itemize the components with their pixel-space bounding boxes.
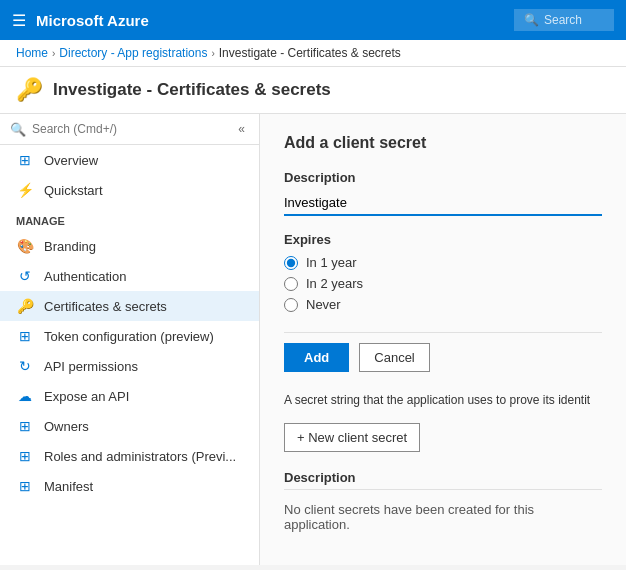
breadcrumb-directory[interactable]: Directory - App registrations [59, 46, 207, 60]
radio-2years[interactable]: In 2 years [284, 276, 602, 291]
radio-label-2years: In 2 years [306, 276, 363, 291]
expose-api-icon: ☁ [16, 388, 34, 404]
sidebar-item-certificates[interactable]: 🔑 Certificates & secrets [0, 291, 259, 321]
radio-never[interactable]: Never [284, 297, 602, 312]
breadcrumb: Home › Directory - App registrations › I… [0, 40, 626, 67]
form-divider [284, 332, 602, 333]
sidebar-item-owners[interactable]: ⊞ Owners [0, 411, 259, 441]
main-layout: 🔍 « ⊞ Overview ⚡ Quickstart Manage 🎨 Bra… [0, 114, 626, 565]
hamburger-icon[interactable]: ☰ [12, 11, 26, 30]
sidebar-item-api-label: API permissions [44, 359, 138, 374]
page-header: 🔑 Investigate - Certificates & secrets [0, 67, 626, 114]
content-area: Add a client secret Description Expires … [260, 114, 626, 565]
radio-input-2years[interactable] [284, 277, 298, 291]
breadcrumb-home[interactable]: Home [16, 46, 48, 60]
sidebar-item-certificates-label: Certificates & secrets [44, 299, 167, 314]
sidebar-item-manifest-label: Manifest [44, 479, 93, 494]
radio-input-never[interactable] [284, 298, 298, 312]
cancel-button[interactable]: Cancel [359, 343, 429, 372]
sidebar-item-overview-label: Overview [44, 153, 98, 168]
branding-icon: 🎨 [16, 238, 34, 254]
form-btn-row: Add Cancel [284, 343, 602, 372]
sidebar-search-box[interactable]: 🔍 « [0, 114, 259, 145]
top-bar: ☰ Microsoft Azure 🔍 Search [0, 0, 626, 40]
sidebar-search-input[interactable] [32, 122, 228, 136]
sidebar-item-quickstart-label: Quickstart [44, 183, 103, 198]
sidebar: 🔍 « ⊞ Overview ⚡ Quickstart Manage 🎨 Bra… [0, 114, 260, 565]
form-title: Add a client secret [284, 134, 602, 152]
sidebar-collapse-btn[interactable]: « [234, 120, 249, 138]
api-permissions-icon: ↻ [16, 358, 34, 374]
key-icon: 🔑 [16, 77, 43, 103]
overview-icon: ⊞ [16, 152, 34, 168]
radio-input-1year[interactable] [284, 256, 298, 270]
breadcrumb-sep-2: › [211, 48, 214, 59]
expires-label: Expires [284, 232, 602, 247]
top-search-bar[interactable]: 🔍 Search [514, 9, 614, 31]
roles-icon: ⊞ [16, 448, 34, 464]
sidebar-item-token-label: Token configuration (preview) [44, 329, 214, 344]
sidebar-item-owners-label: Owners [44, 419, 89, 434]
search-icon: 🔍 [524, 13, 539, 27]
sidebar-item-manifest[interactable]: ⊞ Manifest [0, 471, 259, 501]
sidebar-item-expose-label: Expose an API [44, 389, 129, 404]
quickstart-icon: ⚡ [16, 182, 34, 198]
description-input[interactable] [284, 191, 602, 216]
sidebar-item-quickstart[interactable]: ⚡ Quickstart [0, 175, 259, 205]
sidebar-item-branding[interactable]: 🎨 Branding [0, 231, 259, 261]
radio-1year[interactable]: In 1 year [284, 255, 602, 270]
no-items-text: No client secrets have been created for … [284, 498, 602, 536]
sidebar-item-expose-api[interactable]: ☁ Expose an API [0, 381, 259, 411]
breadcrumb-current: Investigate - Certificates & secrets [219, 46, 401, 60]
sidebar-item-branding-label: Branding [44, 239, 96, 254]
sidebar-item-authentication[interactable]: ↺ Authentication [0, 261, 259, 291]
sidebar-item-roles[interactable]: ⊞ Roles and administrators (Previ... [0, 441, 259, 471]
radio-label-1year: In 1 year [306, 255, 357, 270]
token-icon: ⊞ [16, 328, 34, 344]
sidebar-item-roles-label: Roles and administrators (Previ... [44, 449, 236, 464]
new-client-secret-button[interactable]: + New client secret [284, 423, 420, 452]
sidebar-search-icon: 🔍 [10, 122, 26, 137]
certificates-icon: 🔑 [16, 298, 34, 314]
info-text: A secret string that the application use… [284, 392, 602, 409]
sidebar-item-api-permissions[interactable]: ↻ API permissions [0, 351, 259, 381]
breadcrumb-sep-1: › [52, 48, 55, 59]
sidebar-item-overview[interactable]: ⊞ Overview [0, 145, 259, 175]
top-search-placeholder: Search [544, 13, 582, 27]
owners-icon: ⊞ [16, 418, 34, 434]
add-button[interactable]: Add [284, 343, 349, 372]
table-header-description: Description [284, 466, 602, 490]
radio-label-never: Never [306, 297, 341, 312]
sidebar-item-token-config[interactable]: ⊞ Token configuration (preview) [0, 321, 259, 351]
page-title: Investigate - Certificates & secrets [53, 80, 331, 100]
description-label: Description [284, 170, 602, 185]
expires-radio-group: In 1 year In 2 years Never [284, 255, 602, 312]
manage-section-label: Manage [0, 205, 259, 231]
authentication-icon: ↺ [16, 268, 34, 284]
azure-logo: Microsoft Azure [36, 12, 504, 29]
manifest-icon: ⊞ [16, 478, 34, 494]
sidebar-item-authentication-label: Authentication [44, 269, 126, 284]
